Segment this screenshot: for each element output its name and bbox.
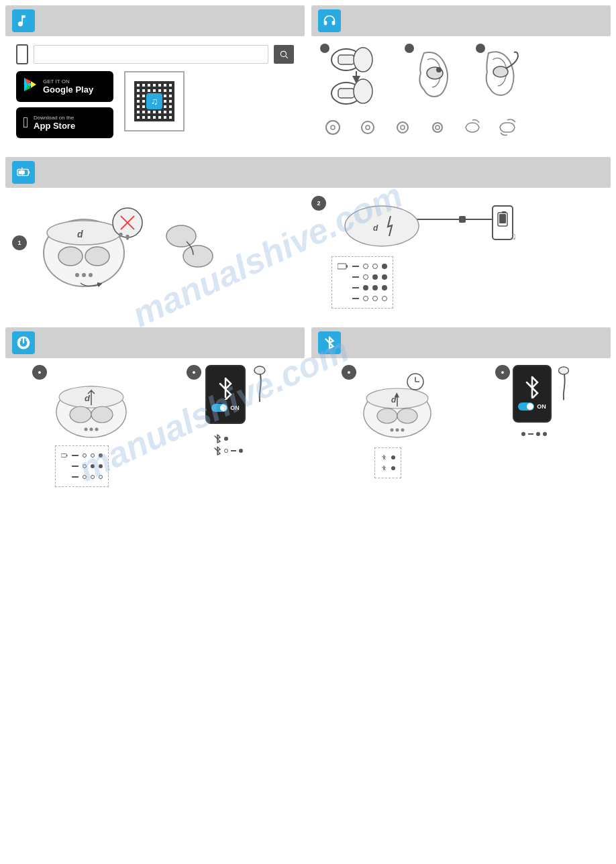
ear-tips-row (319, 117, 603, 138)
bluetooth-icon-box (318, 331, 341, 354)
svg-point-42 (183, 246, 213, 267)
svg-rect-54 (346, 265, 348, 268)
search-button[interactable] (274, 45, 294, 64)
bt-toggle[interactable]: ON (207, 402, 244, 413)
svg-rect-45 (499, 214, 506, 223)
svg-text:d: d (77, 229, 83, 239)
led-dot (83, 453, 87, 457)
app-icon-box (12, 9, 35, 32)
bt-phone-screen: ON (513, 365, 552, 423)
app-store-button[interactable]:  Download on the App Store (16, 107, 113, 138)
charging-content: 1 d (5, 188, 611, 317)
svg-point-37 (89, 273, 93, 277)
music-note-icon (16, 13, 31, 28)
headphones-icon (322, 13, 337, 28)
svg-point-36 (82, 273, 86, 277)
svg-point-33 (58, 247, 83, 266)
svg-point-26 (435, 125, 440, 129)
bt-symbol-large (523, 376, 541, 398)
google-play-name: Google Play (43, 85, 93, 95)
bt-status-dot2 (391, 466, 395, 470)
google-play-button[interactable]: GET IT ON Google Play (16, 71, 113, 102)
svg-rect-53 (338, 264, 346, 269)
led-row-3 (338, 282, 387, 293)
svg-line-1 (285, 56, 288, 58)
led-dot (83, 464, 87, 468)
bluetooth-header-icon (322, 335, 337, 350)
power-led-row-3 (61, 472, 103, 482)
power-illus-right: ● (158, 365, 298, 456)
bt-toggle2[interactable]: ON (514, 401, 550, 412)
svg-point-77 (559, 367, 569, 374)
svg-point-65 (254, 366, 265, 374)
charging-left: 1 d (12, 196, 305, 309)
led-dash (352, 287, 359, 288)
power-section: ● d (5, 327, 305, 494)
bt-case-container: d (360, 365, 434, 441)
led-filled-dot (363, 285, 368, 290)
led-dash (72, 455, 79, 456)
bt-led-row-2 (380, 463, 395, 474)
power-content: ● d (5, 358, 305, 494)
svg-text:d: d (391, 395, 397, 404)
ear-grid (319, 43, 603, 112)
fitting-section-header (311, 5, 611, 36)
app-content: GET IT ON Google Play  Download on the … (5, 36, 305, 146)
led-dot (91, 453, 95, 457)
led-dot (83, 475, 87, 479)
bluetooth-section: ● d (311, 327, 611, 494)
app-store-sub: Download on the (34, 115, 75, 121)
bt-status-dot1 (391, 455, 395, 460)
svg-point-71 (391, 429, 394, 432)
app-section-header (5, 5, 305, 36)
charging-right: 2 d (311, 196, 604, 309)
bt-illus-left: ● d (318, 365, 458, 478)
toggle-pill (211, 404, 227, 412)
wireless-charging-svg: d ♫ (331, 196, 533, 250)
svg-point-31 (47, 221, 121, 245)
svg-point-6 (320, 44, 329, 53)
power-illus-left: ● d (12, 365, 152, 487)
ear-content (311, 36, 611, 144)
led-table-content (331, 256, 393, 309)
s-dash (528, 433, 533, 435)
led-dash (352, 266, 359, 267)
svg-point-34 (85, 247, 109, 266)
google-play-svg (23, 77, 38, 92)
bt-icon-tiny2 (380, 466, 387, 471)
led-indicator-table (331, 256, 393, 309)
step2-circle: 2 (311, 196, 326, 211)
charging-case-svg: d (34, 196, 154, 290)
bt-led-row-1 (380, 452, 395, 463)
battery-small-icon (338, 262, 348, 270)
bt-status-row2 (213, 445, 243, 456)
tip4 (424, 117, 451, 138)
qr-code: ♫ (124, 71, 185, 131)
led-filled-dot (382, 274, 387, 280)
phone-icon (16, 44, 28, 64)
svg-rect-63 (61, 454, 66, 457)
svg-point-59 (91, 407, 113, 423)
power-icon (16, 335, 31, 350)
bt-icon-tiny (380, 455, 387, 460)
search-row (16, 44, 294, 64)
tip3 (389, 117, 416, 138)
fitting-icon-box (318, 9, 341, 32)
svg-point-70 (397, 409, 417, 423)
search-box[interactable] (34, 45, 268, 64)
svg-point-72 (396, 429, 399, 432)
bt-status-r1 (521, 432, 547, 436)
power-section-header (5, 327, 305, 358)
svg-point-22 (366, 125, 370, 129)
step1-circle: 1 (12, 235, 27, 250)
led-row-2 (338, 272, 387, 282)
power-led-row-1 (61, 450, 103, 461)
fitting-section (311, 5, 611, 146)
svg-point-20 (331, 125, 335, 129)
charging-section: 1 d (0, 152, 616, 317)
led-dot (99, 453, 103, 457)
s-dot3 (543, 432, 547, 436)
wireless-charging-row: 2 d (311, 196, 533, 250)
bt-step1: ● d (342, 365, 434, 441)
toggle-label: ON (230, 404, 240, 411)
